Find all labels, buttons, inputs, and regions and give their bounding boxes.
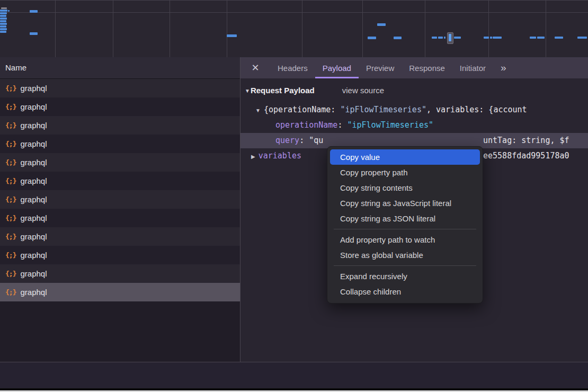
request-row-3[interactable]: {;}graphql xyxy=(0,116,240,135)
request-row-10[interactable]: {;}graphql xyxy=(0,246,240,264)
colon: : xyxy=(337,120,347,130)
request-list-panel: Name {;}graphql{;}graphql{;}graphql{;}gr… xyxy=(0,57,240,362)
colon: : xyxy=(299,136,309,145)
more-tabs-icon[interactable]: » xyxy=(494,57,513,78)
overview-gridline xyxy=(362,1,363,58)
request-row-5[interactable]: {;}graphql xyxy=(0,153,240,172)
request-row-6[interactable]: {;}graphql xyxy=(0,172,240,190)
detail-tab-bar: ✕ HeadersPayloadPreviewResponseInitiator… xyxy=(240,57,588,78)
request-row-11[interactable]: {;}graphql xyxy=(0,264,240,283)
request-rows: {;}graphql{;}graphql{;}graphql{;}graphql… xyxy=(0,79,240,301)
object-preview-row[interactable]: ▼{operationName: "ipFlowTimeseries", var… xyxy=(240,102,588,118)
collapse-triangle-icon[interactable]: ▼ xyxy=(245,88,250,94)
expand-triangle-icon[interactable]: ▼ xyxy=(255,108,261,113)
preview-string: "ipFlowTimeseries" xyxy=(340,105,426,114)
overview-gridline xyxy=(546,1,546,58)
request-timing-bar[interactable] xyxy=(484,37,489,39)
request-timing-bar[interactable] xyxy=(555,37,563,39)
close-icon[interactable]: ✕ xyxy=(240,57,270,78)
request-row-8[interactable]: {;}graphql xyxy=(0,209,240,227)
request-row-4[interactable]: {;}graphql xyxy=(0,135,240,153)
request-name-label: graphql xyxy=(20,288,47,297)
section-title: Request Payload xyxy=(251,86,315,95)
network-overview-timeline[interactable] xyxy=(0,0,588,58)
request-timing-bar[interactable] xyxy=(490,37,492,39)
view-source-link[interactable]: view source xyxy=(342,86,384,95)
fetch-json-icon: {;} xyxy=(5,233,16,240)
menu-item-copy-property-path[interactable]: Copy property path xyxy=(327,165,483,180)
fetch-json-icon: {;} xyxy=(5,251,16,259)
request-timing-bar[interactable] xyxy=(432,37,437,39)
devtools-network-panel: Name {;}graphql{;}graphql{;}graphql{;}gr… xyxy=(0,0,588,392)
request-timing-bar[interactable] xyxy=(0,31,6,33)
request-timing-bar[interactable] xyxy=(368,37,376,39)
fetch-json-icon: {;} xyxy=(5,84,16,92)
overview-gridline xyxy=(227,1,227,58)
request-name-label: graphql xyxy=(20,269,47,278)
request-timing-bar[interactable] xyxy=(444,37,446,39)
overview-gridline xyxy=(302,1,302,58)
menu-item-expand-recursively[interactable]: Expand recursively xyxy=(327,269,483,284)
request-timing-bar[interactable] xyxy=(394,37,402,39)
request-name-label: graphql xyxy=(20,139,47,148)
request-timing-bar[interactable] xyxy=(0,10,7,12)
request-timing-bar[interactable] xyxy=(0,15,6,17)
menu-item-collapse-children[interactable]: Collapse children xyxy=(327,284,483,299)
menu-item-copy-value[interactable]: Copy value xyxy=(330,149,480,165)
menu-item-copy-string-as-json-literal[interactable]: Copy string as JSON literal xyxy=(327,211,483,226)
request-name-label: graphql xyxy=(20,84,47,93)
request-timing-bar[interactable] xyxy=(227,34,237,37)
tab-response[interactable]: Response xyxy=(402,57,452,78)
operation-name-row[interactable]: operationName: "ipFlowTimeseries" xyxy=(240,118,588,133)
request-name-label: graphql xyxy=(20,176,47,185)
fetch-json-icon: {;} xyxy=(5,158,16,166)
fetch-json-icon: {;} xyxy=(5,177,16,185)
request-timing-bar[interactable] xyxy=(0,23,7,25)
overview-gray[interactable] xyxy=(1,7,7,9)
expand-triangle-icon[interactable]: ▶ xyxy=(251,154,255,159)
fetch-json-icon: {;} xyxy=(5,140,16,148)
request-row-9[interactable]: {;}graphql xyxy=(0,227,240,246)
overview-divider-line xyxy=(0,12,588,13)
request-name-label: graphql xyxy=(20,251,47,260)
request-timing-bar[interactable] xyxy=(0,17,7,20)
request-timing-bar[interactable] xyxy=(577,37,587,39)
tab-payload[interactable]: Payload xyxy=(315,57,359,78)
preview-text: {operationName: xyxy=(264,105,341,114)
overview-marker-bar[interactable] xyxy=(449,34,451,41)
request-timing-bar[interactable] xyxy=(438,37,443,39)
menu-item-copy-string-contents[interactable]: Copy string contents xyxy=(327,180,483,195)
fetch-json-icon: {;} xyxy=(5,288,16,296)
request-timing-bar[interactable] xyxy=(30,32,38,35)
request-row-1[interactable]: {;}graphql xyxy=(0,79,240,97)
tab-initiator[interactable]: Initiator xyxy=(452,57,493,78)
request-timing-bar[interactable] xyxy=(530,37,536,39)
name-column-header[interactable]: Name xyxy=(0,57,240,79)
request-timing-bar[interactable] xyxy=(30,10,38,13)
request-timing-bar[interactable] xyxy=(0,25,6,28)
request-timing-bar[interactable] xyxy=(0,20,6,22)
request-row-12[interactable]: {;}graphql xyxy=(0,283,240,301)
request-row-2[interactable]: {;}graphql xyxy=(0,97,240,116)
request-timing-bar[interactable] xyxy=(0,12,7,14)
overview-gridline xyxy=(113,1,113,58)
request-row-7[interactable]: {;}graphql xyxy=(0,190,240,209)
request-timing-bar[interactable] xyxy=(0,28,7,30)
request-timing-bar[interactable] xyxy=(8,10,10,12)
tab-headers[interactable]: Headers xyxy=(270,57,315,78)
preview-text-tail: , variables: {account xyxy=(426,105,527,114)
fetch-json-icon: {;} xyxy=(5,270,16,278)
menu-item-store-as-global-variable[interactable]: Store as global variable xyxy=(327,247,483,263)
fetch-json-icon: {;} xyxy=(5,195,16,203)
menu-item-copy-string-as-javascript-literal[interactable]: Copy string as JavaScript literal xyxy=(327,195,483,211)
request-timing-bar[interactable] xyxy=(377,23,386,26)
tab-list: HeadersPayloadPreviewResponseInitiator xyxy=(270,57,493,78)
request-payload-section-header[interactable]: ▼Request Payloadview source xyxy=(245,86,588,95)
menu-separator xyxy=(334,229,476,229)
request-timing-bar[interactable] xyxy=(493,37,502,39)
menu-separator xyxy=(334,265,476,266)
request-timing-bar[interactable] xyxy=(454,37,461,39)
request-timing-bar[interactable] xyxy=(537,37,545,39)
menu-item-add-property-path-to-watch[interactable]: Add property path to watch xyxy=(327,232,483,247)
tab-preview[interactable]: Preview xyxy=(359,57,402,78)
